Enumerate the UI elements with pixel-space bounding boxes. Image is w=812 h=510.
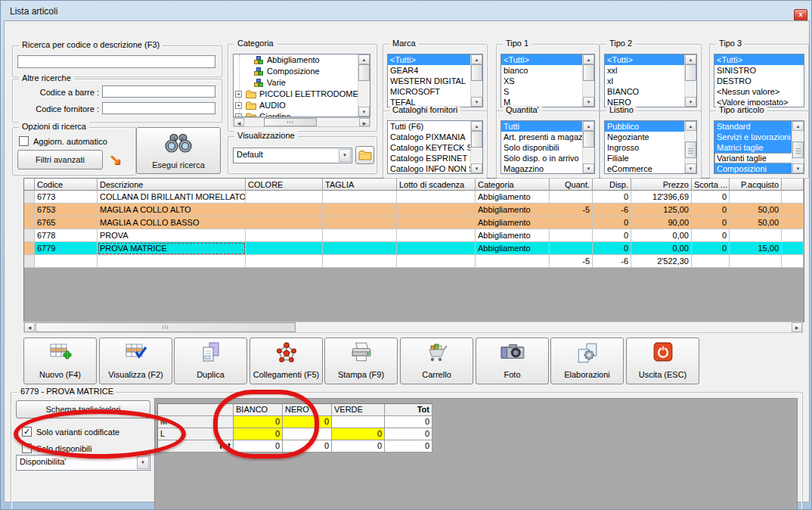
- expand-icon[interactable]: +: [235, 102, 242, 109]
- titlebar[interactable]: Lista articoli: [1, 1, 811, 20]
- list-item[interactable]: Solo disp. o in arrivo: [501, 153, 583, 163]
- list-item[interactable]: Catalogo ESPRINET S: [388, 153, 471, 163]
- categoria-hscrollbar[interactable]: ◀▶: [233, 117, 370, 127]
- scroll-up-icon[interactable]: ▲: [358, 54, 370, 64]
- list-item[interactable]: bianco: [501, 65, 583, 76]
- matrix-cell[interactable]: 0: [234, 428, 283, 440]
- list-item[interactable]: Catalogo INFO NON SI: [388, 163, 471, 173]
- scroll-thumb[interactable]: [471, 131, 482, 148]
- list-item[interactable]: DESTRO: [714, 76, 804, 86]
- matrix-cell[interactable]: 0: [332, 428, 385, 440]
- column-header[interactable]: Codice: [35, 179, 98, 191]
- toolbar-button-visualizza-f2[interactable]: Visualizza (F2): [99, 337, 172, 384]
- only-coded-checkbox[interactable]: ✓: [22, 427, 32, 437]
- scroll-up-icon[interactable]: ▲: [471, 121, 482, 131]
- column-header[interactable]: [24, 179, 35, 191]
- scroll-thumb[interactable]: [583, 64, 594, 81]
- scroll-up-icon[interactable]: ▲: [583, 121, 594, 131]
- column-header[interactable]: Quant.: [550, 179, 593, 191]
- scroll-thumb[interactable]: [792, 141, 804, 158]
- tree-item[interactable]: Abbigliamento: [234, 54, 358, 66]
- list-item[interactable]: Tutti: [501, 121, 583, 132]
- barcode-input[interactable]: [102, 86, 215, 98]
- vertical-scrollbar[interactable]: ▲▼: [358, 54, 370, 117]
- vertical-scrollbar[interactable]: ▲▼: [792, 121, 804, 173]
- list-item[interactable]: GEAR4: [388, 65, 471, 76]
- toolbar-button-collegamenti-f5[interactable]: Collegamenti (F5): [249, 337, 323, 384]
- list-item[interactable]: eCommerce: [605, 163, 685, 173]
- vertical-scrollbar[interactable]: ▲▼: [684, 54, 696, 107]
- list-item[interactable]: BIANCO: [605, 86, 685, 97]
- toolbar-button-nuovo-f4[interactable]: Nuovo (F4): [23, 337, 97, 384]
- matrix-cell[interactable]: [283, 428, 332, 440]
- list-item[interactable]: Catalogo KEYTECK SF: [388, 142, 471, 153]
- list-item[interactable]: <Tutti>: [605, 54, 685, 65]
- scroll-right-icon[interactable]: ▶: [792, 322, 802, 332]
- list-item[interactable]: Varianti taglie: [714, 153, 792, 163]
- scroll-up-icon[interactable]: ▲: [792, 121, 804, 131]
- table-row[interactable]: 6779PROVA MATRICEAbbigliamento00,00015,0…: [24, 242, 804, 255]
- scroll-up-icon[interactable]: ▲: [685, 121, 696, 131]
- scroll-down-icon[interactable]: ▼: [792, 163, 804, 173]
- supplier-input[interactable]: [102, 102, 215, 114]
- column-header[interactable]: Categoria: [476, 179, 550, 191]
- scroll-up-icon[interactable]: ▲: [471, 54, 482, 64]
- advanced-filters-button[interactable]: Filtri avanzati: [17, 150, 103, 169]
- matrix-cell[interactable]: 0: [385, 416, 432, 428]
- list-item[interactable]: Servizi e lavorazioni: [714, 132, 792, 142]
- matrix-cell[interactable]: 0: [283, 416, 332, 428]
- scroll-thumb[interactable]: [264, 118, 317, 126]
- vertical-scrollbar[interactable]: ▲▼: [582, 121, 594, 173]
- open-view-button[interactable]: [355, 146, 374, 164]
- availability-combo[interactable]: Disponibilita' ▼: [16, 455, 150, 471]
- scroll-down-icon[interactable]: ▼: [471, 97, 482, 107]
- table-row[interactable]: 6765MAGLIA A COLLO BASSOAbbigliamento090…: [24, 216, 804, 229]
- list-item[interactable]: S: [501, 86, 583, 97]
- chevron-down-icon[interactable]: ▼: [137, 456, 149, 469]
- column-header[interactable]: Scorta ...: [692, 179, 730, 191]
- matrix-cell[interactable]: 0: [234, 416, 283, 428]
- tree-item[interactable]: +PICCOLI ELETTRODOMESTI: [234, 89, 358, 100]
- toolbar-button-duplica[interactable]: Duplica: [174, 337, 247, 384]
- list-item[interactable]: XS: [501, 76, 583, 86]
- scroll-down-icon[interactable]: ▼: [685, 163, 696, 173]
- column-header[interactable]: Prezzo: [631, 179, 692, 191]
- search-code-input[interactable]: [17, 55, 215, 68]
- vertical-scrollbar[interactable]: ▲▼: [684, 121, 696, 173]
- scroll-down-icon[interactable]: ▼: [583, 163, 594, 173]
- toolbar-button-carrello[interactable]: Carrello: [400, 337, 473, 384]
- scroll-up-icon[interactable]: ▲: [685, 54, 696, 64]
- vertical-scrollbar[interactable]: ▲▼: [470, 121, 482, 173]
- visualizzazione-combo[interactable]: Default ▼: [233, 148, 352, 163]
- scroll-down-icon[interactable]: ▼: [583, 97, 594, 107]
- scroll-thumb[interactable]: [583, 131, 594, 148]
- scroll-thumb[interactable]: [685, 141, 696, 158]
- list-item[interactable]: Tutti (F6): [388, 121, 471, 132]
- toolbar-button-stampa-f9[interactable]: Stampa (F9): [324, 337, 398, 384]
- column-header[interactable]: Disp.: [593, 179, 631, 191]
- tree-item[interactable]: Composizione: [234, 66, 358, 77]
- chevron-down-icon[interactable]: ▼: [339, 149, 351, 162]
- scroll-thumb[interactable]: [685, 64, 696, 81]
- list-item[interactable]: Pubblico: [605, 121, 685, 132]
- column-header[interactable]: Lotto di scadenza: [397, 179, 476, 191]
- list-item[interactable]: Standard: [714, 121, 792, 132]
- vertical-scrollbar[interactable]: ▲▼: [582, 54, 594, 107]
- table-row[interactable]: 6773COLLANA DI BRILLANTI MORELLATOAbbigl…: [24, 191, 804, 204]
- list-item[interactable]: Composizioni: [714, 163, 792, 173]
- auto-update-checkbox[interactable]: [19, 136, 29, 146]
- list-item[interactable]: <Nessun valore>: [714, 86, 804, 97]
- column-header[interactable]: P.acquisto: [730, 179, 782, 191]
- table-hscrollbar[interactable]: ◀▶: [23, 322, 803, 333]
- list-item[interactable]: SINISTRO: [714, 65, 804, 76]
- only-available-checkbox[interactable]: [22, 443, 32, 453]
- run-search-button[interactable]: Esegui ricerca: [136, 127, 221, 174]
- matrix-cell[interactable]: [332, 416, 385, 428]
- list-item[interactable]: xxl: [605, 65, 685, 76]
- toolbar-button-elaborazioni[interactable]: Elaborazioni: [550, 337, 624, 384]
- scroll-left-icon[interactable]: ◀: [234, 118, 244, 126]
- scroll-thumb[interactable]: [36, 322, 296, 332]
- tree-item[interactable]: Varie: [234, 77, 358, 89]
- scroll-right-icon[interactable]: ▶: [359, 118, 370, 126]
- tree-item[interactable]: +AUDIO: [234, 100, 358, 111]
